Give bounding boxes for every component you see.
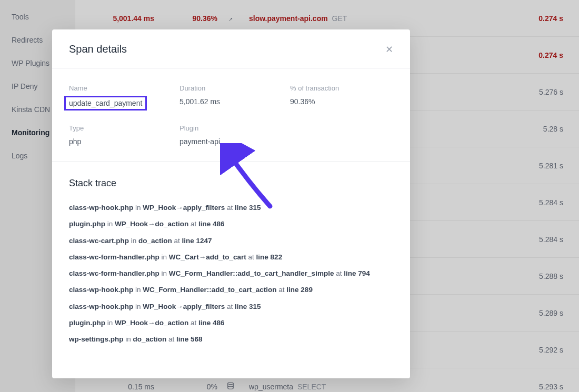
field-label-plugin: Plugin <box>179 124 290 132</box>
stack-trace-line: plugin.php in WP_Hook→do_action at line … <box>69 219 393 229</box>
field-value-duration: 5,001.62 ms <box>179 97 290 106</box>
field-label-name: Name <box>69 84 179 92</box>
field-label-pct: % of transaction <box>290 84 393 92</box>
field-value-plugin: payment-api <box>179 137 290 146</box>
field-value-name: update_card_payment <box>69 97 179 110</box>
stack-trace-line: class-wc-cart.php in do_action at line 1… <box>69 236 393 246</box>
stack-trace-line: class-wp-hook.php in WC_Form_Handler::ad… <box>69 285 393 295</box>
stack-trace-line: class-wc-form-handler.php in WC_Form_Han… <box>69 268 393 279</box>
stack-trace-line: plugin.php in WP_Hook→do_action at line … <box>69 318 393 328</box>
stack-trace-line: class-wp-hook.php in WP_Hook→apply_filte… <box>69 301 393 312</box>
stack-trace-line: wp-settings.php in do_action at line 568 <box>69 334 393 345</box>
stack-trace-line: class-wp-hook.php in WP_Hook→apply_filte… <box>69 203 393 213</box>
highlighted-box: update_card_payment <box>64 96 147 110</box>
field-value-pct: 90.36% <box>290 97 393 106</box>
field-label-duration: Duration <box>179 84 290 92</box>
close-icon[interactable]: ✕ <box>385 44 393 55</box>
span-details-modal: Span details ✕ Name update_card_payment … <box>52 29 410 378</box>
modal-title: Span details <box>69 43 127 55</box>
stack-trace-title: Stack trace <box>69 178 393 189</box>
stack-trace-list: class-wp-hook.php in WP_Hook→apply_filte… <box>69 203 393 345</box>
field-label-type: Type <box>69 124 179 132</box>
field-value-type: php <box>69 137 179 146</box>
stack-trace-line: class-wc-form-handler.php in WC_Cart→add… <box>69 252 393 263</box>
